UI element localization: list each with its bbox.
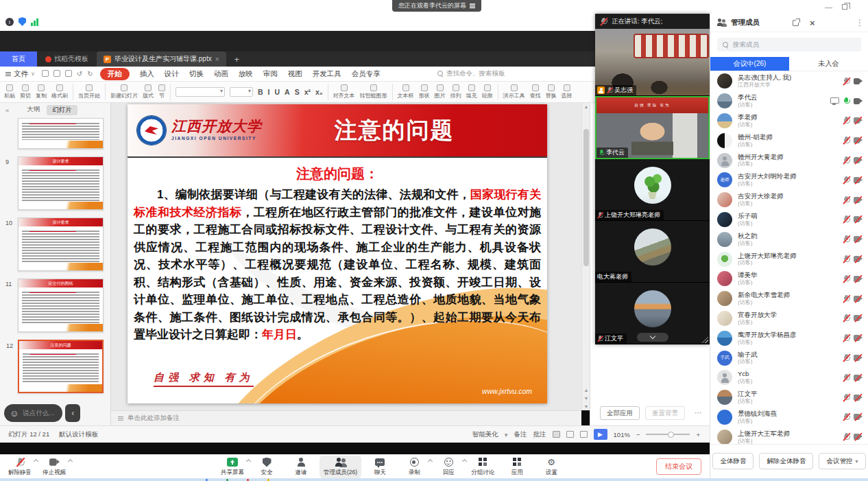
slide-thumbnail[interactable] <box>18 118 104 149</box>
ribbon-item[interactable]: I <box>268 88 270 96</box>
tab-not-joined[interactable]: 未入会 <box>789 57 868 71</box>
ribbon-item[interactable]: B <box>258 88 263 96</box>
reaction-options-caret[interactable] <box>462 458 467 463</box>
mic-state-icon[interactable] <box>842 116 850 125</box>
reaction-button[interactable]: 回应 <box>437 457 460 477</box>
mic-state-icon[interactable] <box>842 255 850 263</box>
collapse-panel-button[interactable]: « <box>5 106 9 114</box>
slide-thumbnail[interactable]: 9 设计要求 <box>18 156 104 210</box>
camera-state-icon[interactable] <box>854 177 863 183</box>
slide-thumbnail[interactable]: 12 注意的问题 <box>18 340 104 393</box>
tab-slides[interactable]: 幻灯片 <box>47 105 77 115</box>
participant-row[interactable]: 鹰潭开放大学杨昌彦 (访客) <box>710 328 868 348</box>
menu-item[interactable]: 开始 <box>100 68 130 80</box>
minimize-button[interactable]: — <box>825 3 832 11</box>
beautify-button[interactable]: 智能美化 <box>472 430 498 439</box>
camera-state-icon[interactable] <box>854 98 863 104</box>
command-search[interactable]: 查找命令、搜索模板 <box>437 69 505 78</box>
mute-all-button[interactable]: 全体静音 <box>712 453 754 469</box>
tab-in-meeting[interactable]: 会议中(26) <box>710 57 789 71</box>
camera-state-icon[interactable] <box>854 157 863 163</box>
participant-row[interactable]: 新余电大李雪老师 (访客) <box>710 289 868 309</box>
mic-options-caret[interactable] <box>34 458 38 463</box>
panel-menu-icon[interactable]: ⋮ <box>856 18 864 27</box>
notes-toggle[interactable]: 备注 <box>514 430 527 439</box>
camera-state-icon[interactable] <box>854 355 863 361</box>
ribbon-item[interactable] <box>498 84 498 100</box>
ribbon-item[interactable]: 新建幻灯片 <box>110 84 138 99</box>
unmute-button[interactable]: 解除静音 <box>8 457 32 477</box>
chat-button[interactable]: 聊天 <box>368 457 391 477</box>
mic-state-icon[interactable] <box>842 176 850 185</box>
ribbon-item[interactable]: x² <box>304 88 311 96</box>
popout-icon[interactable] <box>793 20 799 26</box>
menu-item[interactable]: 视图 <box>288 69 302 79</box>
participant-row[interactable]: 吴志强(主持人, 我) 江西开放大学 <box>710 71 868 91</box>
participant-row[interactable]: 景德镇刘海燕 (访客) <box>710 408 868 427</box>
ribbon-item[interactable]: 轮廓 <box>482 84 493 99</box>
participant-row[interactable]: 子武 喻子武 (访客) <box>710 348 868 368</box>
chat-collapse-button[interactable]: ‹ <box>65 404 80 422</box>
participant-row[interactable]: 乐子萌 (访客) <box>710 210 868 230</box>
camera-state-icon[interactable] <box>854 414 863 420</box>
camera-state-icon[interactable] <box>854 335 863 341</box>
participant-row[interactable]: 李代云 (访客) <box>710 91 868 111</box>
mic-state-icon[interactable] <box>842 373 850 382</box>
ribbon-item[interactable] <box>105 84 106 100</box>
camera-state-icon[interactable] <box>854 434 863 440</box>
mic-state-icon[interactable] <box>842 235 850 244</box>
camera-state-icon[interactable] <box>854 296 863 302</box>
reset-background-button[interactable]: 重置背景 <box>645 406 685 420</box>
shield-icon[interactable] <box>19 17 26 26</box>
participant-row[interactable]: 赣州开大黄老师 (访客) <box>710 150 868 170</box>
ribbon-item[interactable]: 排列 <box>450 84 461 99</box>
security-button[interactable]: 安全 <box>255 457 278 477</box>
participant-row[interactable]: 秋之韵 (访客) <box>710 229 868 249</box>
zoom-out-button[interactable]: − <box>636 431 640 438</box>
camera-state-icon[interactable] <box>854 137 863 143</box>
notes-bar[interactable]: 单击此处添加备注 <box>111 410 581 425</box>
video-panel[interactable]: 正在讲话: 李代云; 吴志强 自强 求知 有为 <box>595 14 710 344</box>
tab-docer[interactable]: 找稻壳模板 <box>37 54 97 64</box>
reading-view-icon[interactable] <box>580 431 588 438</box>
camera-state-icon[interactable] <box>854 276 863 282</box>
ribbon-item[interactable]: 文本框 <box>398 84 414 99</box>
new-tab-button[interactable]: + <box>226 54 248 64</box>
slide[interactable]: 江西开放大学 JIANGXI OPEN UNIVERSITY 注意的问题 注意的… <box>128 104 547 403</box>
ribbon-item[interactable]: 替换 <box>546 84 557 99</box>
mic-state-icon[interactable] <box>842 333 850 342</box>
camera-state-icon[interactable] <box>854 117 863 124</box>
share-screen-button[interactable]: 共享屏幕 <box>221 457 244 477</box>
scrollbar-thumb[interactable] <box>583 129 589 266</box>
menu-item[interactable]: 插入 <box>140 69 154 79</box>
menu-item[interactable]: 会员专享 <box>352 69 381 79</box>
apps-button[interactable]: 应用 <box>505 457 529 477</box>
manage-members-button[interactable]: 管理成员(26) <box>320 456 361 478</box>
menu-item[interactable]: 开发工具 <box>313 69 341 79</box>
participant-row[interactable]: 赣州-胡老师 (访客) <box>710 130 868 150</box>
ribbon-item[interactable] <box>176 87 225 97</box>
mic-state-icon[interactable] <box>842 353 850 362</box>
zoom-slider[interactable] <box>646 434 690 435</box>
ribbon-item[interactable]: U <box>275 88 280 96</box>
end-meeting-button[interactable]: 结束会议 <box>656 458 701 475</box>
mic-state-icon[interactable] <box>842 432 850 441</box>
ribbon-item[interactable]: 查找 <box>530 84 541 99</box>
file-menu[interactable]: 文件∨ <box>5 69 35 79</box>
video-tile[interactable]: 电大蒋老师 <box>595 221 710 283</box>
invite-button[interactable]: 邀请 <box>289 457 313 477</box>
menu-item[interactable]: 动画 <box>214 69 228 79</box>
resize-handle[interactable] <box>702 337 708 343</box>
slide-thumbnail[interactable]: 11 应交付的图纸 <box>18 279 104 332</box>
ribbon-item[interactable] <box>73 84 73 100</box>
ribbon-item[interactable] <box>392 84 393 100</box>
participant-row[interactable]: 吉安开大徐老师 (访客) <box>710 190 868 210</box>
ribbon-item[interactable]: 选择 <box>562 84 572 99</box>
video-tile[interactable]: 上饶开大郑琳亮老师 <box>595 159 710 221</box>
mic-state-icon[interactable] <box>842 412 850 421</box>
member-search-input[interactable]: 搜索成员 <box>717 38 861 51</box>
breakout-rooms-button[interactable]: 分组讨论 <box>471 457 494 477</box>
participant-row[interactable]: 江文平 (访客) <box>710 388 868 408</box>
ribbon-item[interactable]: 演示工具 <box>503 84 525 99</box>
slideshow-play-button[interactable]: ▶ <box>594 429 607 440</box>
